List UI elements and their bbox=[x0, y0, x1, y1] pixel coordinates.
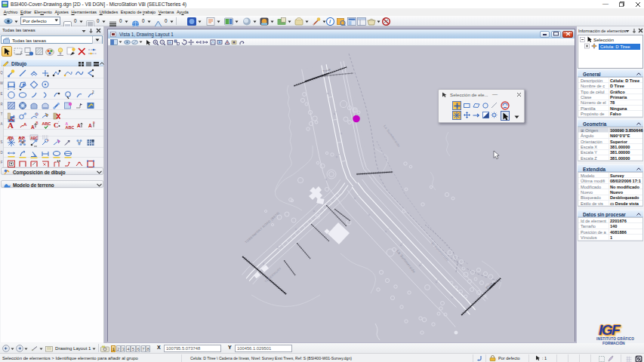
svg-text:A: A bbox=[23, 122, 27, 127]
svg-text:2: 2 bbox=[92, 90, 94, 94]
svg-text:B: B bbox=[35, 121, 38, 125]
svg-text:A: A bbox=[88, 123, 92, 128]
svg-text:´: ´ bbox=[58, 121, 60, 125]
svg-text:ABC: ABC bbox=[42, 121, 51, 126]
svg-text:A: A bbox=[77, 123, 81, 128]
svg-text:A: A bbox=[31, 124, 35, 130]
svg-text:B: B bbox=[93, 121, 95, 124]
svg-text:o: o bbox=[47, 138, 49, 142]
svg-text:A: A bbox=[8, 121, 14, 130]
